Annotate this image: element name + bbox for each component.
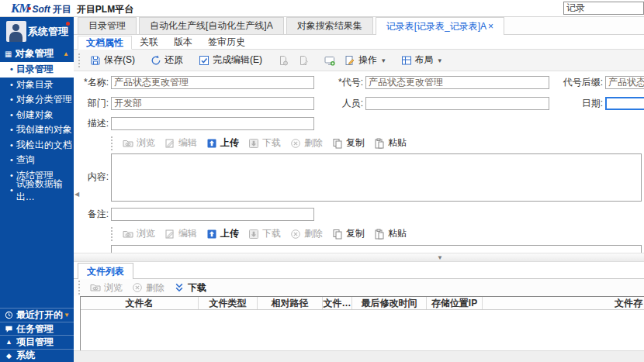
sidebar-item-create-object[interactable]: • 创建对象 <box>0 108 74 123</box>
logo-red-dot-icon <box>28 7 31 10</box>
clock-icon <box>4 311 14 319</box>
subtab-relations[interactable]: 关联 <box>132 35 166 49</box>
restore-button[interactable]: 还原 <box>146 52 188 69</box>
paste-button[interactable]: 粘贴 <box>369 226 411 243</box>
screen-add-button[interactable] <box>320 52 340 69</box>
sidebar-item-object-directory[interactable]: • 对象目录 <box>0 78 74 93</box>
bullet-icon: • <box>10 65 13 74</box>
file-list-tab-row: 文件列表 <box>74 262 644 279</box>
column-header-last-modified[interactable]: 最后修改时间 <box>352 297 427 309</box>
save-button[interactable]: 保存(S) <box>85 52 140 69</box>
tab-file-list[interactable]: 文件列表 <box>78 263 133 279</box>
copy-button[interactable]: 复制 <box>327 135 369 152</box>
panel-splitter[interactable]: ▼ <box>74 253 644 262</box>
paste-icon <box>374 229 385 240</box>
copy-button[interactable]: 复制 <box>327 226 369 243</box>
tab-object-search-results[interactable]: 对象搜索结果集 <box>286 17 373 34</box>
form-row-attachment: 附件: <box>74 245 644 253</box>
name-field[interactable] <box>111 76 314 89</box>
plm-window: KM Soft 开目 开目PLM平台 系统管理 ▦ 对象管理 ▲ • 目录管理 … <box>0 0 644 362</box>
attachment-field[interactable] <box>111 245 642 253</box>
department-field[interactable] <box>111 97 314 110</box>
column-header-relative-path[interactable]: 相对路径 <box>258 297 323 309</box>
delete-icon <box>132 282 143 293</box>
app-logo: KM Soft 开目 开目PLM平台 <box>11 1 133 16</box>
toolbar-drag-handle[interactable] <box>78 53 81 67</box>
search-input[interactable] <box>563 2 644 15</box>
form-row-2: 部门: 人员: 日期: <box>74 97 644 110</box>
column-header-file-truncated[interactable]: 文件… <box>323 297 352 309</box>
operation-menu-button[interactable]: 操作 ▾ <box>340 52 390 69</box>
description-label: 描述: <box>74 117 109 130</box>
date-field[interactable] <box>605 97 644 110</box>
splitter-collapse-icon[interactable]: ▼ <box>437 254 443 261</box>
column-header-file-type[interactable]: 文件类型 <box>199 297 258 309</box>
close-icon[interactable]: × <box>488 21 493 32</box>
toolbar-drag-handle[interactable] <box>78 281 81 295</box>
description-field[interactable] <box>111 117 314 130</box>
delete-button: 删除 <box>286 135 327 152</box>
column-header-storage-ip[interactable]: 存储位置IP <box>427 297 483 309</box>
edit-button: 编辑 <box>160 135 202 152</box>
file-list-table: 文件名 文件类型 相对路径 文件… 最后修改时间 存储位置IP 文件存 <box>80 296 644 350</box>
column-header-file-name[interactable]: 文件名 <box>81 297 199 309</box>
sidebar-item-directory-management[interactable]: • 目录管理 <box>0 62 74 78</box>
sidebar-item-my-created-objects[interactable]: • 我创建的对象 <box>0 122 74 138</box>
form-row-content: 内容: <box>74 153 644 203</box>
sidebar-item-project-management[interactable]: ▲ 项目管理 <box>0 335 74 348</box>
delete-icon <box>290 138 301 149</box>
notification-dot-icon <box>66 22 70 26</box>
operation-icon <box>345 55 355 66</box>
person-field[interactable] <box>365 97 549 110</box>
user-row: 系统管理 <box>0 17 74 45</box>
bullet-icon: • <box>10 141 13 150</box>
paste-button[interactable]: 粘贴 <box>369 135 411 152</box>
tab-record-table[interactable]: 记录表[记录表_记录表]A × <box>376 17 504 35</box>
complete-edit-button[interactable]: 完成编辑(E) <box>194 52 267 69</box>
subtab-versions[interactable]: 版本 <box>166 35 200 49</box>
code-suffix-field[interactable] <box>605 76 644 89</box>
sidebar-group-object-management[interactable]: ▦ 对象管理 ▲ <box>0 45 74 62</box>
layout-icon <box>401 55 412 66</box>
toolbar-drag-handle[interactable] <box>111 227 114 241</box>
copy-icon <box>332 138 343 149</box>
project-icon: ▲ <box>4 338 14 346</box>
edit-icon <box>164 229 175 240</box>
user-avatar[interactable] <box>6 21 26 42</box>
check-out-button <box>293 52 313 69</box>
collapse-up-icon[interactable]: ▲ <box>63 50 69 57</box>
task-bubble-icon <box>4 325 14 333</box>
double-down-arrow-icon <box>174 282 185 293</box>
browse-button: 浏览 <box>118 226 160 243</box>
sidebar-collapse-icon[interactable]: ◀ <box>74 191 79 198</box>
sidebar-item-my-checked-out-docs[interactable]: • 我检出的文档 <box>0 138 74 153</box>
remark-label: 备注: <box>74 208 109 221</box>
tab-directory-management[interactable]: 目录管理 <box>78 17 137 34</box>
sidebar-item-recently-opened[interactable]: 最近打开的… ▼ <box>0 308 74 321</box>
column-header-file-storage[interactable]: 文件存 <box>483 297 644 309</box>
upload-button[interactable]: 上传 <box>202 226 244 243</box>
subtab-approval-history[interactable]: 签审历史 <box>200 35 253 49</box>
sidebar-item-task-management[interactable]: 任务管理 <box>0 322 74 335</box>
form-row-remark: 备注: <box>74 208 644 221</box>
bullet-icon: • <box>10 186 13 195</box>
chevron-down-icon: ▾ <box>438 57 442 64</box>
screen-plus-icon <box>324 55 335 66</box>
sidebar-item-object-classification[interactable]: • 对象分类管理 <box>0 92 74 108</box>
check-in-button <box>273 52 293 69</box>
sidebar-item-system[interactable]: ◆ 系统 <box>0 349 74 362</box>
subtab-document-properties[interactable]: 文档属性 <box>78 36 132 50</box>
bullet-icon: • <box>10 81 13 89</box>
sidebar-item-test-data-output[interactable]: • 试验数据输出… <box>0 183 74 198</box>
layout-menu-button[interactable]: 布局 ▾ <box>396 52 447 69</box>
tab-automation-line[interactable]: 自动化生产线[自动化生产线]A <box>139 17 284 34</box>
upload-button[interactable]: 上传 <box>202 135 244 152</box>
dropdown-icon[interactable]: ▼ <box>64 312 70 319</box>
toolbar-drag-handle[interactable] <box>111 136 114 150</box>
logo-kaimu-text: 开目 <box>53 3 71 16</box>
content-field[interactable] <box>111 153 642 202</box>
remark-field[interactable] <box>111 208 314 221</box>
code-field[interactable] <box>365 76 549 89</box>
file-download-button[interactable]: 下载 <box>169 279 211 296</box>
sidebar-item-query[interactable]: • 查询 <box>0 153 74 168</box>
